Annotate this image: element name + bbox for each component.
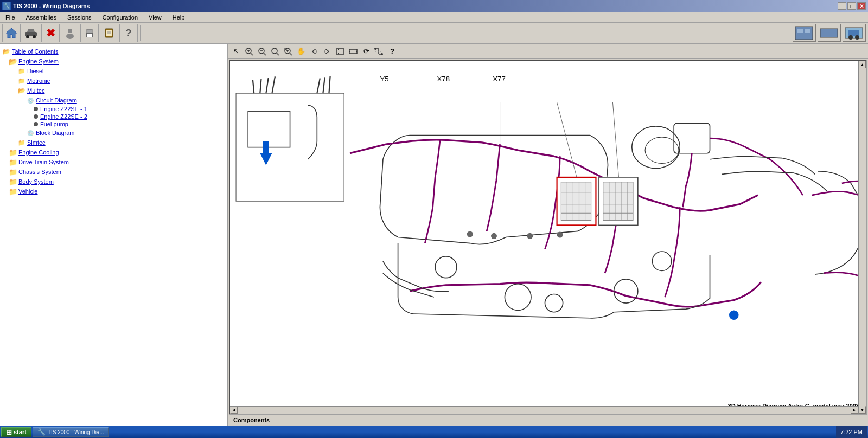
cursor-tool-btn[interactable]: ↖ <box>230 46 242 57</box>
rotate-btn[interactable]: ⟳ <box>360 46 372 57</box>
view3-button[interactable] <box>842 24 866 42</box>
wiring-btn[interactable] <box>373 46 385 57</box>
scroll-down-btn[interactable]: ▼ <box>859 406 866 414</box>
svg-point-96 <box>729 310 739 320</box>
label-x77: X77 <box>493 75 506 83</box>
block-diagram-link[interactable]: Block Diagram <box>36 130 75 136</box>
body-system-link[interactable]: Body System <box>18 178 54 185</box>
content-area: ↖ ✋ <box>228 44 868 426</box>
sidebar-item-engine-cooling[interactable]: 📁 Engine Cooling <box>9 147 225 157</box>
engine-cooling-folder-icon: 📁 <box>9 148 17 157</box>
sidebar-item-body-system[interactable]: 📁 Body System <box>9 177 225 186</box>
menu-assemblies[interactable]: Assemblies <box>23 13 60 22</box>
minimize-btn[interactable]: _ <box>838 2 846 10</box>
cancel-button[interactable]: ✖ <box>41 24 60 42</box>
fit-width-btn[interactable] <box>347 46 359 57</box>
svg-rect-83 <box>674 123 710 153</box>
scroll-left-btn[interactable]: ◄ <box>230 407 238 414</box>
svg-point-88 <box>652 252 671 270</box>
drive-train-link[interactable]: Drive Train System <box>18 159 69 165</box>
engine-z22se-1-link[interactable]: Engine Z22SE - 1 <box>40 106 87 112</box>
help-toolbar-button[interactable]: ? <box>119 24 138 42</box>
book-button[interactable] <box>100 24 118 42</box>
menu-sessions[interactable]: Sessions <box>64 13 95 22</box>
start-icon: ⊞ <box>6 428 12 436</box>
zoom-out-tool-btn[interactable] <box>256 46 268 57</box>
svg-line-58 <box>317 79 320 94</box>
engine-system-folder-icon: 📂 <box>9 57 17 66</box>
menu-help[interactable]: Help <box>169 13 188 22</box>
sidebar-item-fuel-pump[interactable]: Fuel pump <box>34 120 225 128</box>
sidebar-item-vehicle[interactable]: 📁 Vehicle <box>9 186 225 196</box>
circuit-diagram-link[interactable]: Circuit Diagram <box>36 97 77 104</box>
taskbar-window-label: TIS 2000 - Wiring Dia... <box>48 429 104 435</box>
svg-point-81 <box>632 126 680 168</box>
sidebar-item-engine-system[interactable]: 📂 Engine System <box>9 56 225 66</box>
sidebar-item-engine-z22se-2[interactable]: Engine Z22SE - 2 <box>34 113 225 120</box>
scroll-right-btn[interactable]: ► <box>851 407 858 414</box>
engine-cooling-link[interactable]: Engine Cooling <box>18 149 59 156</box>
help-viewer-btn[interactable]: ? <box>386 46 398 57</box>
table-of-contents-link[interactable]: Table of Contents <box>12 48 59 55</box>
svg-line-56 <box>266 78 268 93</box>
svg-line-55 <box>260 79 261 94</box>
home-button[interactable] <box>2 24 21 42</box>
engine-system-link[interactable]: Engine System <box>18 58 59 65</box>
simtec-link[interactable]: Simtec <box>27 139 46 146</box>
sidebar-item-motronic[interactable]: 📁 Motronic <box>17 76 225 86</box>
view2-button[interactable] <box>817 24 841 42</box>
print-button[interactable] <box>80 24 99 42</box>
svg-point-51 <box>374 48 376 50</box>
sidebar-item-block-diagram[interactable]: 💿 Block Diagram <box>26 128 225 138</box>
sidebar-item-drive-train[interactable]: 📁 Drive Train System <box>9 157 225 167</box>
sidebar-item-multec[interactable]: 📂 Multec <box>17 86 225 95</box>
pan-tool-btn[interactable]: ✋ <box>295 46 307 57</box>
zoom-in-tool-btn[interactable] <box>243 46 255 57</box>
svg-point-86 <box>545 294 563 312</box>
svg-point-84 <box>435 256 457 278</box>
svg-point-3 <box>26 35 29 38</box>
sidebar-item-circuit-diagram[interactable]: 💿 Circuit Diagram <box>26 95 225 105</box>
tree-root[interactable]: 📂 Table of Contents <box>2 47 225 56</box>
chassis-folder-icon: 📁 <box>9 168 17 176</box>
svg-rect-17 <box>805 29 810 33</box>
diesel-link[interactable]: Diesel <box>27 68 44 74</box>
close-btn[interactable]: ✕ <box>857 2 866 10</box>
window-title: TIS 2000 - Wiring Diagrams <box>13 3 90 9</box>
engine-z22se-2-link[interactable]: Engine Z22SE - 2 <box>40 113 87 120</box>
maximize-btn[interactable]: □ <box>847 2 856 10</box>
chassis-system-link[interactable]: Chassis System <box>18 169 61 175</box>
zoom-fit-tool-btn[interactable] <box>269 46 281 57</box>
taskbar-window-button[interactable]: 🔧 TIS 2000 - Wiring Dia... <box>33 427 109 437</box>
car-button[interactable] <box>22 24 40 42</box>
vehicle-link[interactable]: Vehicle <box>18 188 37 195</box>
menu-file[interactable]: File <box>2 13 18 22</box>
sidebar-item-simtec[interactable]: 📁 Simtec <box>17 138 225 147</box>
multec-link[interactable]: Multec <box>27 87 44 94</box>
fuel-pump-link[interactable]: Fuel pump <box>40 121 68 127</box>
sidebar-item-engine-z22se-1[interactable]: Engine Z22SE - 1 <box>34 105 225 113</box>
back-nav-btn[interactable] <box>308 46 320 57</box>
engine-diagram-group <box>350 102 866 320</box>
zoom-area-tool-btn[interactable] <box>282 46 294 57</box>
main-toolbar: ✖ ? <box>0 23 868 44</box>
diesel-folder-icon: 📁 <box>17 67 26 75</box>
svg-point-6 <box>66 34 74 39</box>
scroll-up-btn[interactable]: ▲ <box>859 61 866 68</box>
motronic-link[interactable]: Motronic <box>27 78 50 84</box>
circuit-diagram-icon: 💿 <box>26 96 35 105</box>
svg-line-33 <box>290 53 292 55</box>
menu-view[interactable]: View <box>145 13 165 22</box>
sidebar-item-chassis-system[interactable]: 📁 Chassis System <box>9 167 225 177</box>
start-button[interactable]: ⊞ start <box>1 427 31 437</box>
forward-nav-btn[interactable] <box>321 46 333 57</box>
svg-point-22 <box>855 35 859 40</box>
svg-line-24 <box>251 53 253 55</box>
sidebar-item-diesel[interactable]: 📁 Diesel <box>17 66 225 76</box>
person-button[interactable] <box>61 24 79 42</box>
fit-page-btn[interactable] <box>334 46 346 57</box>
svg-point-21 <box>848 35 853 40</box>
view1-button[interactable] <box>792 24 816 42</box>
menu-configuration[interactable]: Configuration <box>99 13 141 22</box>
svg-point-85 <box>505 284 531 311</box>
